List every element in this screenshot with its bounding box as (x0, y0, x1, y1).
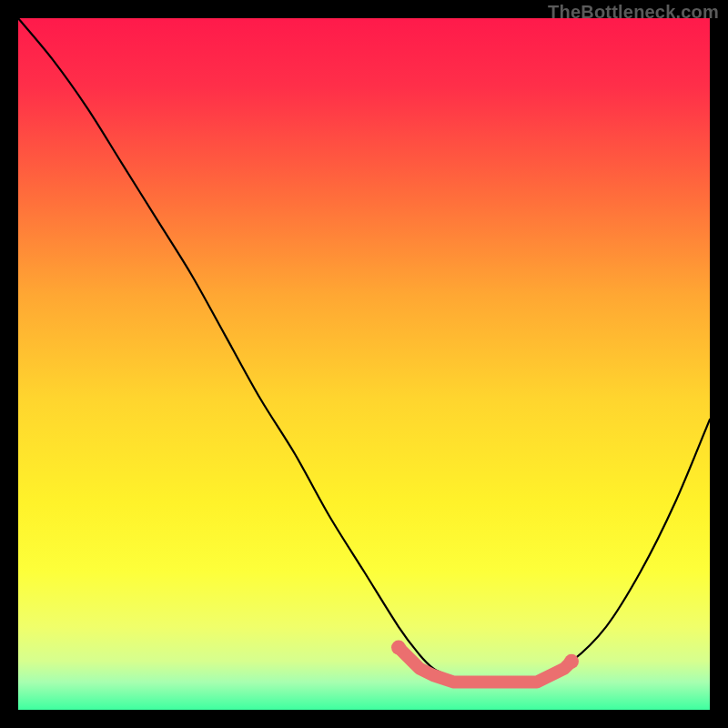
plot-frame (18, 18, 710, 710)
chart-stage: TheBottleneck.com (0, 0, 728, 728)
optimal-range-endpoint (564, 654, 579, 669)
optimal-range-markers (391, 641, 579, 682)
bottleneck-curve (18, 18, 710, 682)
optimal-range-line (399, 648, 571, 682)
optimal-range-endpoint (391, 641, 406, 655)
curve-layer (18, 18, 710, 710)
